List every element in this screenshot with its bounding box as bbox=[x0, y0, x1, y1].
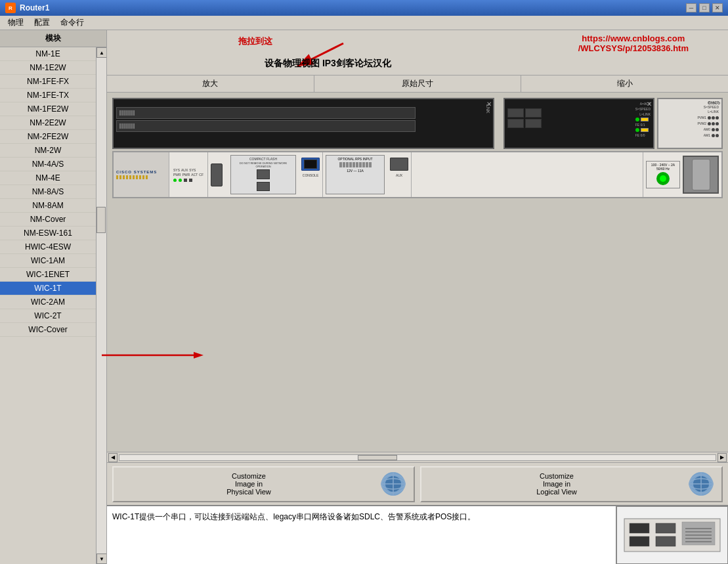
scroll-down-button[interactable]: ▼ bbox=[96, 553, 106, 564]
content-area: 拖拉到这 https://www.cnblogs.com /WLCYSYS/p/… bbox=[107, 30, 728, 564]
sidebar-item[interactable]: NM-8A/S bbox=[0, 185, 96, 199]
led-green-1 bbox=[635, 118, 639, 121]
indicator-lights: A=ACT S=SPEED L=LINK FE 0/1 bbox=[635, 102, 651, 137]
bottom-buttons: Customize Image in Physical View Cust bbox=[107, 462, 728, 505]
config-buttons bbox=[208, 152, 228, 197]
ethernet-ports: CONSOLE bbox=[299, 152, 323, 197]
scroll-thumb-h[interactable] bbox=[358, 455, 397, 460]
router-icon-logical bbox=[687, 469, 716, 499]
aux-label: AUX bbox=[390, 173, 408, 177]
led-aux-pwr bbox=[179, 179, 182, 182]
menu-item-mingling[interactable]: 命令行 bbox=[55, 16, 89, 30]
sidebar-item[interactable]: NM-1FE-FX bbox=[0, 75, 96, 89]
scroll-track bbox=[96, 58, 106, 553]
side-labels-left: LNK bbox=[486, 104, 490, 114]
app-icon: R bbox=[5, 3, 16, 13]
sidebar-item[interactable]: NM-1E2W bbox=[0, 61, 96, 75]
scroll-track-h bbox=[119, 454, 716, 461]
top-panels-row: ✕ bbox=[112, 98, 723, 149]
sidebar-item[interactable]: NM-4E bbox=[0, 171, 96, 185]
pins-2 bbox=[119, 123, 135, 129]
sidebar-item[interactable]: WIC-Cover bbox=[0, 323, 96, 337]
minimize-button[interactable]: ─ bbox=[686, 3, 696, 12]
sidebar-item[interactable]: NM-1E bbox=[0, 47, 96, 61]
port-slot-3 bbox=[507, 119, 524, 128]
cf-slot-2 bbox=[257, 182, 270, 192]
panel-gap bbox=[497, 98, 501, 149]
main-container: 模块 NM-1ENM-1E2WNM-1FE-FXNM-1FE-TXNM-1FE2… bbox=[0, 30, 728, 564]
router-view: ✕ bbox=[107, 93, 728, 452]
customize-logical-label: Customize Image in Logical View bbox=[427, 472, 687, 496]
compact-flash-area: COMPACT FLASH DO NOT REMOVE DURING NETWO… bbox=[230, 155, 296, 194]
port-slot-2 bbox=[525, 108, 542, 118]
rps-input-box: OPTIONAL RPS INPUT 12V — 11A bbox=[326, 155, 385, 194]
sidebar-item[interactable]: NM-4A/S bbox=[0, 158, 96, 171]
power-led-green bbox=[656, 172, 670, 185]
customize-physical-label: Customize Image in Physical View bbox=[119, 472, 379, 496]
sidebar-item[interactable]: HWIC-4ESW bbox=[0, 240, 96, 254]
aux-port-area: AUX bbox=[387, 152, 412, 197]
power-area: 100 - 240V ~ 2A 50/60 Hz bbox=[643, 152, 721, 197]
scroll-up-button[interactable]: ▲ bbox=[96, 47, 106, 58]
cisco-logo-section: CISCO SYSTEMS bbox=[114, 152, 169, 197]
router-icon-physical bbox=[379, 469, 408, 499]
sidebar-item[interactable]: WIC-2T bbox=[0, 309, 96, 323]
info-text: WIC-1T提供一个串口，可以连接到远端站点、legacy串口网络设备诸如SDL… bbox=[112, 512, 475, 521]
shrink-button[interactable]: 缩小 bbox=[521, 76, 728, 92]
horizontal-scrollbar: ◀ ▶ bbox=[107, 452, 728, 462]
sidebar-item[interactable]: NM-2E2W bbox=[0, 116, 96, 130]
led-green-2 bbox=[635, 128, 639, 132]
power-switch[interactable] bbox=[683, 156, 719, 194]
customize-logical-button[interactable]: Customize Image in Logical View bbox=[420, 466, 723, 502]
sidebar-item[interactable]: NM-8AM bbox=[0, 199, 96, 213]
left-dark-panel: ✕ bbox=[112, 98, 494, 149]
close-button[interactable]: ✕ bbox=[712, 3, 723, 12]
power-switch-handle bbox=[692, 159, 710, 190]
customize-physical-button[interactable]: Customize Image in Physical View bbox=[112, 466, 415, 502]
sidebar-item[interactable]: NM-1FE-TX bbox=[0, 89, 96, 102]
sidebar-item[interactable]: WIC-1T bbox=[0, 282, 96, 295]
sidebar-item[interactable]: NM-Cover bbox=[0, 213, 96, 227]
port-slot-4 bbox=[525, 119, 542, 128]
led-yellow-1 bbox=[641, 118, 649, 121]
sidebar-header: 模块 bbox=[0, 30, 106, 47]
scroll-thumb[interactable] bbox=[96, 207, 106, 233]
bottom-info: WIC-1T提供一个串口，可以连接到远端站点、legacy串口网络设备诸如SDL… bbox=[107, 505, 728, 564]
sidebar-scrollbar[interactable]: ▲ ▼ bbox=[96, 47, 106, 564]
info-image-area bbox=[616, 506, 728, 564]
maximize-button[interactable]: □ bbox=[699, 3, 710, 12]
sidebar-item[interactable]: NM-2W bbox=[0, 144, 96, 158]
wic-image bbox=[623, 515, 721, 555]
sidebar-item[interactable]: NM-ESW-161 bbox=[0, 227, 96, 240]
svg-rect-15 bbox=[630, 523, 649, 533]
led-sys-act bbox=[184, 179, 187, 182]
sidebar-item[interactable]: WIC-1AM bbox=[0, 254, 96, 268]
view-title: 设备物理视图 IP3剑客论坛汉化 bbox=[265, 58, 391, 70]
sidebar-item[interactable]: WIC-2AM bbox=[0, 295, 96, 309]
title-bar: R Router1 ─ □ ✕ bbox=[0, 0, 728, 16]
scroll-left-button[interactable]: ◀ bbox=[108, 453, 118, 462]
scroll-right-button[interactable]: ▶ bbox=[717, 453, 727, 462]
led-cf bbox=[189, 179, 192, 182]
mode-button[interactable] bbox=[211, 163, 223, 186]
cisco-stripe bbox=[116, 175, 149, 179]
console-label: CONSOLE bbox=[301, 173, 320, 177]
cisco-label: Cisco bbox=[708, 100, 720, 105]
enlarge-button[interactable]: 放大 bbox=[107, 76, 314, 92]
power-label: 100 - 240V ~ 2A 50/60 Hz bbox=[646, 161, 680, 188]
sidebar-item[interactable]: WIC-1ENET bbox=[0, 268, 96, 282]
url-annotation: https://www.cnblogs.com /WLCYSYS/p/12053… bbox=[578, 33, 689, 53]
menu-item-peizhi[interactable]: 配置 bbox=[29, 16, 55, 30]
right-dark-panel: ✕ A=ACT S=SPEED L=LINK FE 0/1 bbox=[503, 98, 654, 149]
sidebar-item[interactable]: NM-2FE2W bbox=[0, 130, 96, 144]
sidebar-item[interactable]: NM-1FE2W bbox=[0, 102, 96, 116]
connector-slots-left bbox=[116, 107, 490, 132]
connector-slot-1 bbox=[116, 107, 416, 119]
original-size-button[interactable]: 原始尺寸 bbox=[314, 76, 522, 92]
menu-item-wuli[interactable]: 物理 bbox=[3, 16, 29, 30]
port-slot-1 bbox=[507, 108, 524, 118]
drag-annotation: 拖拉到这 bbox=[238, 35, 272, 47]
annotation-area: 拖拉到这 https://www.cnblogs.com /WLCYSYS/p/… bbox=[107, 30, 728, 75]
info-text-area: WIC-1T提供一个串口，可以连接到远端站点、legacy串口网络设备诸如SDL… bbox=[107, 506, 616, 564]
sidebar: 模块 NM-1ENM-1E2WNM-1FE-FXNM-1FE-TXNM-1FE2… bbox=[0, 30, 107, 564]
